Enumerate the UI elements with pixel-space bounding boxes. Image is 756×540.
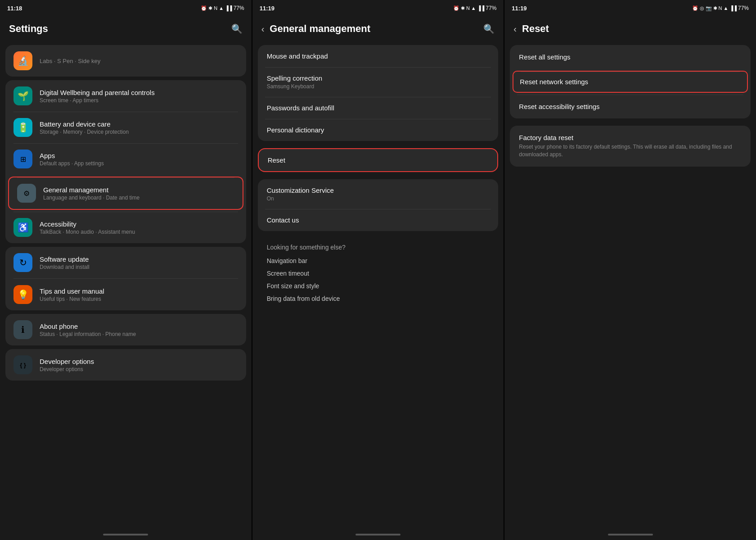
battery-text: Battery and device care Storage · Memory… bbox=[40, 120, 238, 135]
photo-icon-3: 📷 bbox=[706, 5, 712, 11]
panel-settings: 11:18 ⏰ ✱ N ▲ ▐▐ 77% Settings 🔍 🔬 Labs ·… bbox=[0, 0, 252, 540]
software-update-subtitle: Download and install bbox=[40, 264, 238, 270]
gm-personal-dict-title: Personal dictionary bbox=[267, 126, 490, 134]
looking-for-section: Looking for something else? Navigation b… bbox=[258, 238, 499, 305]
link-navigation-bar[interactable]: Navigation bar bbox=[258, 254, 499, 267]
general-mgmt-icon: ⚙ bbox=[17, 184, 36, 203]
tips-text: Tips and user manual Useful tips · New f… bbox=[40, 287, 238, 302]
gm-item-customization[interactable]: Customization Service On bbox=[258, 179, 499, 209]
wifi-icon-3: ▲ bbox=[724, 5, 729, 11]
about-phone-icon: ℹ bbox=[14, 320, 32, 339]
apps-subtitle: Default apps · App settings bbox=[40, 160, 238, 167]
alarm-icon-2: ⏰ bbox=[453, 5, 459, 11]
sidebar-item-digital-wellbeing[interactable]: 🌱 Digital Wellbeing and parental control… bbox=[5, 80, 246, 112]
labs-item[interactable]: 🔬 Labs · S Pen · Side key bbox=[5, 45, 246, 77]
wifi-icon: ▲ bbox=[219, 5, 224, 11]
main-settings-group: 🌱 Digital Wellbeing and parental control… bbox=[5, 80, 246, 243]
gm-group1: Mouse and trackpad Spelling correction S… bbox=[258, 45, 499, 141]
gm-title: General management bbox=[270, 23, 370, 35]
search-button-1[interactable]: 🔍 bbox=[231, 23, 243, 34]
sidebar-item-general-management[interactable]: ⚙ General management Language and keyboa… bbox=[8, 177, 243, 210]
reset-item-network[interactable]: Reset network settings bbox=[513, 71, 748, 93]
gm-spelling-title: Spelling correction bbox=[267, 74, 490, 82]
software-update-title: Software update bbox=[40, 255, 238, 263]
status-bar-3: 11:19 ⏰ ◎ 📷 ✱ N ▲ ▐▐ 77% bbox=[504, 0, 756, 16]
bluetooth-icon: ✱ bbox=[208, 5, 212, 11]
software-update-text: Software update Download and install bbox=[40, 255, 238, 270]
sidebar-item-apps[interactable]: ⊞ Apps Default apps · App settings bbox=[5, 143, 246, 175]
gm-customization-subtitle: On bbox=[267, 195, 490, 202]
panel-reset: 11:19 ⏰ ◎ 📷 ✱ N ▲ ▐▐ 77% ‹ Reset Reset a… bbox=[504, 0, 756, 540]
apps-text: Apps Default apps · App settings bbox=[40, 152, 238, 167]
sidebar-item-accessibility[interactable]: ♿ Accessibility TalkBack · Mono audio · … bbox=[5, 212, 246, 243]
developer-options-icon: { } bbox=[14, 355, 32, 374]
gm-item-spelling[interactable]: Spelling correction Samsung Keyboard bbox=[258, 67, 499, 97]
signal-icon-3: ▐▐ bbox=[729, 5, 737, 11]
tips-title: Tips and user manual bbox=[40, 287, 238, 295]
home-bar-2 bbox=[356, 534, 400, 535]
link-bring-data[interactable]: Bring data from old device bbox=[258, 292, 499, 305]
reset-content: Reset all settings Reset network setting… bbox=[504, 41, 756, 529]
sidebar-item-battery[interactable]: 🔋 Battery and device care Storage · Memo… bbox=[5, 112, 246, 143]
nfc-icon-3: N bbox=[719, 5, 722, 11]
gm-reset-group[interactable]: Reset bbox=[258, 148, 499, 172]
gm-content: Mouse and trackpad Spelling correction S… bbox=[252, 41, 504, 529]
software-group: ↻ Software update Download and install 💡… bbox=[5, 247, 246, 310]
gm-item-passwords[interactable]: Passwords and autofill bbox=[258, 97, 499, 119]
reset-item-accessibility[interactable]: Reset accessibility settings bbox=[510, 95, 751, 118]
settings-content: 🔬 Labs · S Pen · Side key 🌱 Digital Well… bbox=[0, 41, 252, 529]
gm-item-reset[interactable]: Reset bbox=[259, 149, 498, 171]
reset-item-all-settings[interactable]: Reset all settings bbox=[510, 45, 751, 69]
top-bar-left-gm: ‹ General management bbox=[261, 23, 370, 35]
back-button-3[interactable]: ‹ bbox=[513, 24, 517, 34]
sidebar-item-developer-options[interactable]: { } Developer options Developer options bbox=[5, 349, 246, 381]
status-icons-3: ⏰ ◎ 📷 ✱ N ▲ ▐▐ 77% bbox=[692, 5, 749, 11]
nfc-icon: N bbox=[214, 5, 217, 11]
digital-wellbeing-text: Digital Wellbeing and parental controls … bbox=[40, 89, 238, 104]
software-update-icon: ↻ bbox=[14, 253, 32, 272]
alarm-icon-3: ⏰ bbox=[692, 5, 698, 11]
link-font-size[interactable]: Font size and style bbox=[258, 280, 499, 292]
developer-options-subtitle: Developer options bbox=[40, 366, 238, 372]
about-phone-subtitle: Status · Legal information · Phone name bbox=[40, 331, 238, 337]
reset-title: Reset bbox=[522, 23, 549, 35]
link-screen-timeout[interactable]: Screen timeout bbox=[258, 267, 499, 280]
factory-reset-subtitle: Reset your phone to its factory default … bbox=[519, 143, 742, 159]
home-bar-1 bbox=[103, 534, 148, 535]
developer-group: { } Developer options Developer options bbox=[5, 349, 246, 381]
apps-icon: ⊞ bbox=[14, 150, 32, 168]
status-bar-1: 11:18 ⏰ ✱ N ▲ ▐▐ 77% bbox=[0, 0, 252, 16]
accessibility-text: Accessibility TalkBack · Mono audio · As… bbox=[40, 220, 238, 235]
gm-item-contact-us[interactable]: Contact us bbox=[258, 209, 499, 231]
settings-title: Settings bbox=[9, 23, 48, 35]
status-time-1: 11:18 bbox=[7, 5, 22, 12]
sidebar-item-about-phone[interactable]: ℹ About phone Status · Legal information… bbox=[5, 314, 246, 345]
home-indicator-1 bbox=[0, 529, 252, 540]
labs-text: Labs · S Pen · Side key bbox=[40, 57, 100, 65]
gm-spelling-subtitle: Samsung Keyboard bbox=[267, 83, 490, 90]
reset-all-title: Reset all settings bbox=[519, 53, 742, 61]
general-mgmt-text: General management Language and keyboard… bbox=[43, 186, 234, 201]
back-button-2[interactable]: ‹ bbox=[261, 24, 265, 34]
developer-options-text: Developer options Developer options bbox=[40, 358, 238, 372]
tips-subtitle: Useful tips · New features bbox=[40, 296, 238, 302]
factory-reset-title: Factory data reset bbox=[519, 134, 742, 141]
battery-subtitle: Storage · Memory · Device protection bbox=[40, 129, 238, 135]
gm-item-personal-dict[interactable]: Personal dictionary bbox=[258, 119, 499, 141]
status-time-3: 11:19 bbox=[512, 5, 526, 12]
status-icons-2: ⏰ ✱ N ▲ ▐▐ 77% bbox=[453, 5, 496, 11]
signal-icon: ▐▐ bbox=[225, 5, 232, 11]
search-button-2[interactable]: 🔍 bbox=[483, 23, 495, 34]
nfc-icon-2: N bbox=[466, 5, 470, 11]
gm-item-mouse[interactable]: Mouse and trackpad bbox=[258, 45, 499, 67]
battery-1: 77% bbox=[234, 5, 244, 11]
home-bar-3 bbox=[608, 534, 653, 535]
wifi-icon-2: ▲ bbox=[471, 5, 476, 11]
general-mgmt-title: General management bbox=[43, 186, 234, 194]
reset-item-factory[interactable]: Factory data reset Reset your phone to i… bbox=[510, 126, 751, 167]
sidebar-item-tips[interactable]: 💡 Tips and user manual Useful tips · New… bbox=[5, 279, 246, 310]
top-bar-gm: ‹ General management 🔍 bbox=[252, 16, 504, 41]
reset-group2: Factory data reset Reset your phone to i… bbox=[510, 126, 751, 167]
sidebar-item-software-update[interactable]: ↻ Software update Download and install bbox=[5, 247, 246, 278]
status-time-2: 11:19 bbox=[260, 5, 274, 12]
